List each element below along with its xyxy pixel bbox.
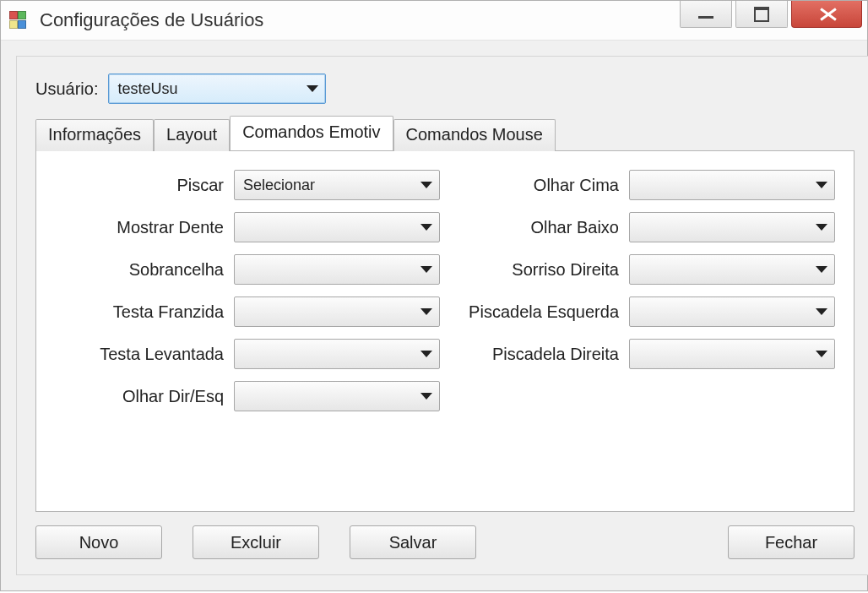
excluir-button[interactable]: Excluir — [193, 525, 319, 559]
main-panel: Usuário: testeUsu Informações Layout Com… — [16, 56, 868, 575]
user-select[interactable]: testeUsu — [108, 73, 326, 104]
tab-comandos-emotiv[interactable]: Comandos Emotiv — [230, 116, 393, 150]
chevron-down-icon — [816, 308, 827, 315]
client-area: Usuário: testeUsu Informações Layout Com… — [1, 41, 867, 590]
close-button[interactable] — [791, 1, 862, 28]
chevron-down-icon — [307, 85, 318, 92]
chevron-down-icon — [420, 182, 432, 188]
tabstrip: Informações Layout Comandos Emotiv Coman… — [35, 116, 854, 150]
chevron-down-icon — [816, 266, 827, 273]
minimize-icon — [698, 16, 713, 19]
app-icon — [9, 11, 28, 30]
user-select-value: testeUsu — [117, 80, 177, 98]
chevron-down-icon — [816, 351, 827, 357]
label-piscadela-esquerda: Piscadela Esquerda — [450, 302, 619, 322]
maximize-icon — [754, 7, 769, 22]
chevron-down-icon — [816, 182, 827, 188]
user-row: Usuário: testeUsu — [35, 73, 854, 104]
minimize-button[interactable] — [680, 1, 732, 28]
spacer — [507, 525, 697, 559]
label-olhar-cima: Olhar Cima — [450, 176, 619, 195]
label-piscadela-direita: Piscadela Direita — [450, 345, 619, 364]
select-testa-levantada[interactable] — [234, 339, 440, 369]
app-window: Configurações de Usuários Usuário: teste… — [0, 0, 868, 591]
tab-layout[interactable]: Layout — [154, 119, 230, 151]
window-controls — [680, 1, 867, 40]
button-bar: Novo Excluir Salvar Fechar — [35, 525, 854, 559]
window-title: Configurações de Usuários — [40, 9, 263, 31]
select-piscar-value: Selecionar — [243, 177, 315, 194]
tab-page-emotiv: Piscar Selecionar Olhar Cima Mostrar Den… — [35, 150, 854, 512]
chevron-down-icon — [816, 224, 827, 231]
label-sorriso-direita: Sorriso Direita — [450, 260, 619, 280]
label-testa-franzida: Testa Franzida — [55, 302, 224, 322]
chevron-down-icon — [420, 308, 432, 315]
chevron-down-icon — [420, 393, 432, 400]
tab-informacoes[interactable]: Informações — [35, 119, 154, 151]
chevron-down-icon — [420, 351, 432, 357]
close-icon — [819, 8, 834, 20]
chevron-down-icon — [420, 224, 432, 231]
label-sobrancelha: Sobrancelha — [55, 260, 224, 280]
chevron-down-icon — [420, 266, 432, 273]
select-olhar-dir-esq[interactable] — [234, 381, 440, 411]
titlebar: Configurações de Usuários — [1, 1, 867, 41]
maximize-button[interactable] — [735, 1, 788, 28]
select-testa-franzida[interactable] — [234, 296, 440, 327]
select-olhar-baixo[interactable] — [629, 212, 835, 242]
command-grid: Piscar Selecionar Olhar Cima Mostrar Den… — [55, 170, 835, 411]
select-sobrancelha[interactable] — [234, 254, 440, 285]
select-olhar-cima[interactable] — [629, 170, 835, 200]
user-label: Usuário: — [35, 79, 98, 99]
label-testa-levantada: Testa Levantada — [55, 345, 224, 364]
select-piscadela-direita[interactable] — [629, 339, 835, 369]
select-piscadela-esquerda[interactable] — [629, 296, 835, 327]
fechar-button[interactable]: Fechar — [728, 525, 854, 559]
label-mostrar-dente: Mostrar Dente — [55, 218, 224, 237]
select-sorriso-direita[interactable] — [629, 254, 835, 285]
label-olhar-dir-esq: Olhar Dir/Esq — [55, 387, 224, 406]
label-piscar: Piscar — [55, 176, 224, 195]
label-olhar-baixo: Olhar Baixo — [450, 218, 619, 237]
select-mostrar-dente[interactable] — [234, 212, 440, 242]
novo-button[interactable]: Novo — [35, 525, 162, 559]
salvar-button[interactable]: Salvar — [350, 525, 476, 559]
tab-comandos-mouse[interactable]: Comandos Mouse — [393, 119, 556, 151]
select-piscar[interactable]: Selecionar — [234, 170, 440, 200]
